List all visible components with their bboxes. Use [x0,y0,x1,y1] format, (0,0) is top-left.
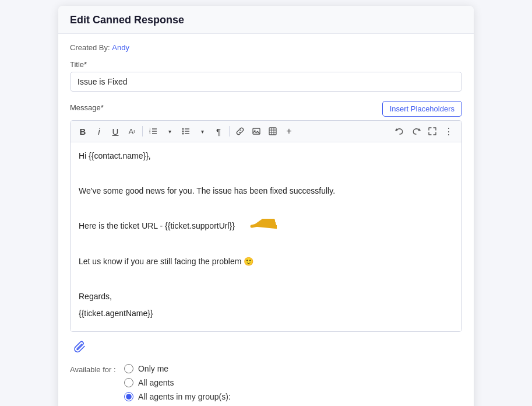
toolbar-list2-dropdown-btn[interactable]: ▾ [195,124,210,139]
toolbar-list-dropdown-btn[interactable]: ▾ [162,124,177,139]
radio-my-groups-label: All agents in my group(s): [138,392,231,401]
message-line-8 [79,272,453,286]
toolbar-unorderedlist-btn[interactable] [178,124,193,139]
modal-body: Created By: Andy Title* Message* Insert … [58,34,474,406]
toolbar-underline-btn[interactable]: U [108,124,123,139]
toolbar-italic-btn[interactable]: i [91,124,107,139]
toolbar-table-btn[interactable] [265,124,280,139]
radio-only-me-input[interactable] [124,364,133,373]
toolbar-fullscreen-btn[interactable] [425,124,440,139]
toolbar-bold-btn[interactable]: B [75,124,90,139]
edit-canned-response-modal: Edit Canned Response Created By: Andy Ti… [58,6,474,406]
paperclip-icon [73,340,86,356]
message-line-3: We've some good news for you. The issue … [79,184,453,198]
toolbar-plus-btn[interactable]: + [281,124,297,139]
arrow-annotation [242,219,277,234]
message-label: Message* [70,103,104,112]
modal-header: Edit Canned Response [58,6,474,34]
editor-toolbar: B i U Aı 1.2.3. ▾ ▾ ¶ [71,121,461,142]
toolbar-divider-1 [142,126,143,136]
toolbar-undo-btn[interactable] [392,124,407,139]
toolbar-orderedlist-btn[interactable]: 1.2.3. [146,124,161,139]
radio-only-me-label: Only me [138,364,168,373]
message-line-6 [79,237,453,251]
message-line-7: Let us know if you are still facing the … [79,255,453,269]
radio-all-agents-label: All agents [138,378,174,387]
editor-content-area[interactable]: Hi {{contact.name}}, We've some good new… [71,142,461,331]
message-row: Message* Insert Placeholders [70,101,462,117]
message-line-1: Hi {{contact.name}}, [79,149,453,163]
svg-text:3.: 3. [149,132,151,135]
svg-rect-14 [269,128,276,135]
radio-all-agents-input[interactable] [124,378,133,387]
svg-point-7 [182,131,184,132]
radio-my-groups[interactable]: All agents in my group(s): [124,392,325,401]
toolbar-redo-btn[interactable] [408,124,424,139]
toolbar-image-btn[interactable] [249,124,264,139]
svg-point-6 [182,128,184,130]
title-input[interactable] [70,72,462,92]
message-line-10: {{ticket.agentName}} [79,307,453,321]
message-editor: B i U Aı 1.2.3. ▾ ▾ ¶ [70,120,462,332]
modal-title: Edit Canned Response [70,14,462,26]
toolbar-more-btn[interactable]: ⋮ [441,124,457,139]
message-line-9: Regards, [79,290,453,304]
message-line-4 [79,201,453,215]
available-for-section: Available for : Only me All agents All a… [70,364,462,406]
radio-options-group: Only me All agents All agents in my grou… [124,364,325,406]
created-by-link[interactable]: Andy [112,43,129,52]
message-line-5: Here is the ticket URL - {{ticket.suppor… [79,219,453,234]
svg-point-13 [255,130,256,131]
toolbar-divider-2 [229,126,230,136]
radio-only-me[interactable]: Only me [124,364,325,373]
insert-placeholders-button[interactable]: Insert Placeholders [382,101,462,117]
svg-point-8 [182,133,184,135]
toolbar-paragraph-btn[interactable]: ¶ [211,124,226,139]
title-label: Title* [70,60,462,69]
emoji-smile: 🙂 [244,257,253,266]
radio-all-agents[interactable]: All agents [124,378,325,387]
created-by-label: Created By: [70,43,110,52]
attach-file-button[interactable] [70,338,90,358]
toolbar-fontsize-btn[interactable]: Aı [124,124,139,139]
created-by-field: Created By: Andy [70,43,462,52]
radio-my-groups-input[interactable] [124,392,133,401]
available-for-label: Available for : [70,364,116,374]
toolbar-link-btn[interactable] [232,124,248,139]
message-line-2 [79,167,453,181]
